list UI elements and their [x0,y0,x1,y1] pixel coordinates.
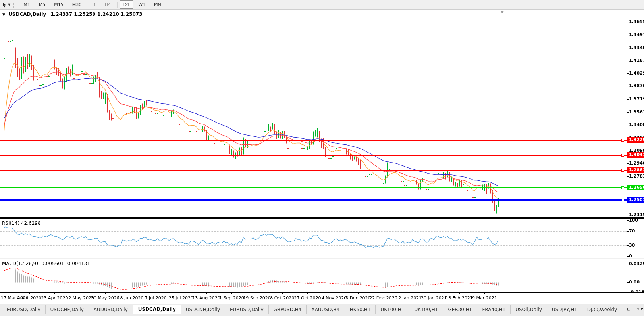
macd-label: MACD(12,26,9) -0.005601 -0.004131 [2,261,90,266]
chart-tab-uk100-h1[interactable]: UK100,H1 [376,305,409,314]
price-axis-label: 1.40295 [629,71,644,76]
date-axis-label: 4 Apr 2020 [17,295,41,301]
date-axis-label: 12 Jan 2021 [395,295,422,301]
chart-tab-eurusd-daily[interactable]: EURUSD,Daily [225,305,269,314]
chart-tab-xauusd-h4[interactable]: XAUUSD,H4 [307,305,345,314]
date-axis-label: 18 Jun 2020 [117,295,143,301]
macd-axis-label: -0.018154 [629,289,644,295]
timeframe-button-m1[interactable]: M1 [19,0,34,9]
date-axis-label: 30 May 2020 [91,295,120,301]
chart-tab-usdjpy-h1[interactable]: USDJPY,H1 [547,305,582,314]
date-axis-label: 25 Jul 2020 [169,295,193,301]
timeframe-button-m5[interactable]: M5 [35,0,50,9]
date-axis-label: 7 Jul 2020 [145,295,167,301]
chart-tab-gbpusd-h4[interactable]: GBPUSD,H4 [269,305,307,314]
tabs-scroll-right-icon[interactable]: ▸ [641,306,643,310]
date-axis-label: 30 Jan 2021 [421,295,447,301]
date-axis-label: 9 Mar 2021 [472,295,497,301]
toolbar-grip[interactable] [13,2,17,8]
timeframe-button-h4[interactable]: H4 [101,0,115,9]
price-axis-label: 1.46550 [629,19,644,24]
chart-tab-bar: EURUSD,DailyUSDCHF,DailyAUDUSD,DailyUSDC… [0,304,644,316]
date-axis-label: 8 Oct 2020 [270,295,294,301]
chart-tab-usdchf-daily[interactable]: USDCHF,Daily [46,305,89,314]
rsi-label: RSI(14) 42.6298 [2,220,41,226]
chart-tab-china300-h1[interactable]: CHINA300,H1 [622,305,631,314]
price-axis-label: 1.23195 [629,212,644,217]
hline-price-label[interactable]: 1.26503 [627,185,644,190]
chart-tab-usdcad-daily[interactable]: USDCAD,Daily [133,305,181,314]
timeframe-button-h1[interactable]: H1 [86,0,100,9]
price-axis-label: 1.37190 [629,96,644,102]
dropdown-caret-icon: ▼ [8,3,10,6]
tab-scroll-arrows: ◂ ▸ [637,306,643,310]
trading-terminal: ▼ M1M5M15M30H1H4D1W1MN ▼ USDCAD,Daily 1.… [0,0,644,316]
price-axis-label: 1.29405 [629,161,644,166]
price-axis-label: 1.38765 [629,83,644,88]
price-axis-label: 1.43400 [629,45,644,50]
chart-tab-usoil-daily[interactable]: USOil,Daily [511,305,547,314]
chart-tab-audusd-daily[interactable]: AUDUSD,Daily [89,305,133,314]
chart-symbol-label: USDCAD,Daily [8,11,46,17]
hline-price-label[interactable]: 1.25019 [627,197,644,203]
date-axis-label: 12 May 2020 [66,295,94,301]
date-axis-label: 1 Sep 2020 [219,295,244,301]
tabs-scroll-left-icon[interactable]: ◂ [637,306,639,310]
macd-axis-label: 0.00 [629,280,640,285]
date-axis-label: 13 Aug 2020 [192,295,220,301]
collapse-triangle-icon[interactable]: ▼ [2,13,5,17]
timeframe-toolbar: ▼ M1M5M15M30H1H4D1W1MN [0,0,644,10]
price-axis-label: 1.41870 [629,58,644,63]
timeframe-button-m30[interactable]: M30 [68,0,86,9]
date-axis-label: 18 Feb 2021 [445,295,472,301]
macd-axis-label: 0.032972 [629,261,644,266]
chart-shift-marker-icon[interactable] [500,11,504,13]
date-axis-label: 3 Dec 2020 [345,295,370,301]
date-axis-label: 14 Nov 2020 [319,295,347,301]
chart-tabs: EURUSD,DailyUSDCHF,DailyAUDUSD,DailyUSDC… [0,304,631,314]
rsi-level-label: 0 [629,253,632,259]
rsi-level-label: 100 [629,218,638,223]
price-axis-label: 1.34085 [629,122,644,127]
hline-price-label[interactable]: 1.32258 [627,137,644,143]
price-axis-label: 1.35615 [629,109,644,115]
cursor-tool-button[interactable]: ▼ [0,2,12,8]
chart-tab-ger30-h1[interactable]: GER30,H1 [443,305,477,314]
timeframe-buttons: M1M5M15M30H1H4D1W1MN [19,0,166,9]
chart-tab-dj30-weekly[interactable]: DJ30,Weekly [582,305,622,314]
rsi-level-label: 30 [629,243,635,248]
date-axis-label: 27 Oct 2020 [294,295,321,301]
date-axis-label: 22 Dec 2020 [369,295,397,301]
price-axis-label: 1.27830 [629,174,644,179]
chart-tab-eurusd-daily[interactable]: EURUSD,Daily [2,305,46,314]
timeframe-button-m15[interactable]: M15 [50,0,67,9]
rsi-level-label: 70 [629,228,635,234]
chart-tab-uk100-h1[interactable]: UK100,H1 [409,305,443,314]
chart-tab-usdcnh-daily[interactable]: USDCNH,Daily [181,305,225,314]
chart-ohlc-values: 1.24337 1.25259 1.24210 1.25073 [50,11,142,17]
toolbar-separator [117,2,118,8]
price-axis-label: 1.44975 [629,32,644,37]
chart-tab-fra40-h1[interactable]: FRA40,H1 [477,305,511,314]
chart-tab-hk50-h1[interactable]: HK50,H1 [345,305,376,314]
timeframe-button-d1[interactable]: D1 [120,0,133,9]
date-axis-label: 19 Sep 2020 [243,295,271,301]
hline-price-label[interactable]: 1.28616 [627,167,644,173]
date-axis-label: 23 Apr 2020 [41,295,68,301]
timeframe-button-w1[interactable]: W1 [134,0,149,9]
chart-canvas[interactable] [0,0,644,316]
hline-price-label[interactable]: 1.30415 [627,152,644,158]
cursor-tool-icon [2,2,7,8]
chart-title: ▼ USDCAD,Daily 1.24337 1.25259 1.24210 1… [2,11,143,17]
timeframe-button-mn[interactable]: MN [150,0,165,9]
